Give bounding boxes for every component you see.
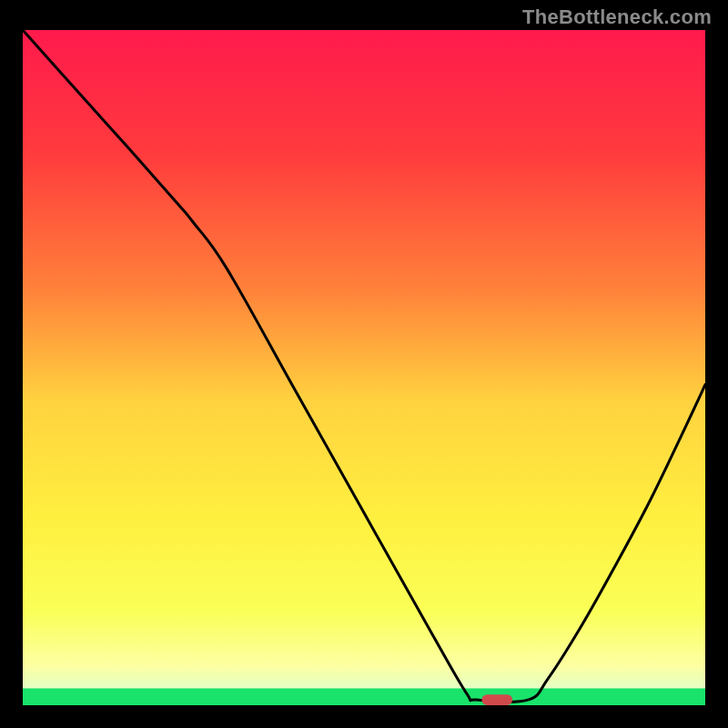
watermark: TheBottleneck.com bbox=[522, 5, 712, 29]
optimal-marker bbox=[481, 694, 512, 705]
bottleneck-chart bbox=[0, 0, 728, 728]
gradient-background bbox=[23, 30, 705, 705]
green-zone-band bbox=[23, 688, 705, 705]
